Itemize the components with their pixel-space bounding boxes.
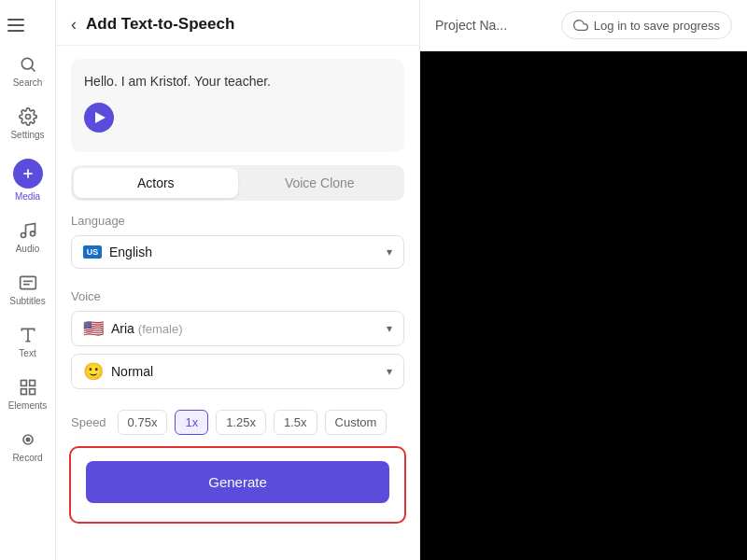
svg-rect-12 bbox=[21, 381, 26, 386]
main-topbar: Project Na... Log in to save progress bbox=[420, 0, 747, 51]
svg-point-5 bbox=[21, 233, 25, 238]
speed-row: Speed 0.75x 1x 1.25x 1.5x Custom bbox=[56, 397, 419, 435]
record-icon bbox=[18, 429, 38, 450]
svg-rect-7 bbox=[20, 276, 35, 288]
voice-tabs: Actors Voice Clone bbox=[71, 165, 404, 201]
voice-style-text: Normal bbox=[111, 364, 153, 379]
generate-button[interactable]: Generate bbox=[86, 461, 389, 503]
svg-rect-15 bbox=[29, 389, 35, 395]
sidebar-item-subtitles-label: Subtitles bbox=[9, 296, 45, 306]
text-preview-box: Hello. I am Kristof. Your teacher. bbox=[71, 59, 404, 152]
login-button[interactable]: Log in to save progress bbox=[561, 11, 732, 39]
speed-label: Speed bbox=[71, 415, 106, 429]
sidebar-item-audio-label: Audio bbox=[16, 244, 40, 254]
svg-point-2 bbox=[25, 115, 30, 119]
voice-name-left: 🇺🇸 Aria (female) bbox=[83, 320, 182, 337]
text-preview-content: Hello. I am Kristof. Your teacher. bbox=[84, 72, 391, 91]
svg-point-6 bbox=[30, 231, 35, 236]
tab-voice-clone[interactable]: Voice Clone bbox=[238, 168, 402, 198]
cloud-icon bbox=[573, 18, 588, 33]
svg-line-1 bbox=[31, 68, 35, 72]
language-chevron-icon: ▾ bbox=[387, 245, 392, 259]
main-content: Project Na... Log in to save progress bbox=[420, 0, 747, 560]
sidebar-item-audio[interactable]: Audio bbox=[4, 213, 52, 261]
language-dropdown[interactable]: US English ▾ bbox=[71, 235, 404, 269]
subtitles-icon bbox=[18, 273, 38, 293]
sidebar-item-elements[interactable]: Elements bbox=[4, 370, 52, 418]
generate-wrapper: Generate bbox=[69, 446, 406, 524]
speed-custom-button[interactable]: Custom bbox=[325, 410, 388, 435]
canvas-area bbox=[420, 51, 747, 560]
text-icon bbox=[18, 325, 38, 345]
svg-point-0 bbox=[21, 58, 33, 69]
tab-actors[interactable]: Actors bbox=[74, 168, 238, 198]
svg-point-17 bbox=[26, 438, 29, 441]
language-dropdown-text: English bbox=[109, 245, 152, 259]
us-flag-emoji: 🇺🇸 bbox=[83, 320, 104, 337]
play-button[interactable] bbox=[84, 103, 114, 133]
voice-style-chevron-icon: ▾ bbox=[387, 365, 392, 378]
panel-title: Add Text-to-Speech bbox=[86, 15, 234, 34]
voice-style-dropdown[interactable]: 🙂 Normal ▾ bbox=[71, 354, 404, 389]
voice-name-chevron-icon: ▾ bbox=[387, 322, 392, 335]
settings-icon bbox=[18, 106, 38, 127]
sidebar-item-settings-label: Settings bbox=[10, 130, 44, 140]
search-icon bbox=[18, 54, 38, 75]
voice-section: Voice 🇺🇸 Aria (female) ▾ 🙂 Normal ▾ bbox=[56, 276, 419, 397]
back-button[interactable]: ‹ bbox=[71, 16, 77, 33]
speed-125x-button[interactable]: 1.25x bbox=[216, 410, 266, 435]
sidebar-item-text-label: Text bbox=[19, 348, 35, 358]
svg-rect-13 bbox=[29, 381, 35, 386]
audio-icon bbox=[18, 220, 38, 241]
elements-icon bbox=[18, 377, 38, 398]
language-flag: US bbox=[83, 245, 102, 259]
panel: ‹ Add Text-to-Speech Hello. I am Kristof… bbox=[56, 0, 420, 560]
sidebar-item-text[interactable]: Text bbox=[4, 317, 52, 366]
login-label: Log in to save progress bbox=[594, 19, 720, 33]
sidebar: Search Settings Media Audio bbox=[0, 0, 56, 560]
project-name: Project Na... bbox=[435, 18, 507, 33]
sidebar-item-elements-label: Elements bbox=[8, 400, 48, 411]
voice-name-text: Aria (female) bbox=[111, 321, 182, 336]
speed-075x-button[interactable]: 0.75x bbox=[118, 410, 168, 435]
speed-15x-button[interactable]: 1.5x bbox=[274, 410, 317, 435]
svg-rect-14 bbox=[21, 389, 26, 395]
voice-label: Voice bbox=[71, 289, 404, 303]
panel-header: ‹ Add Text-to-Speech bbox=[56, 0, 419, 46]
speed-1x-button[interactable]: 1x bbox=[175, 410, 208, 435]
sidebar-item-media[interactable]: Media bbox=[4, 151, 52, 209]
language-dropdown-left: US English bbox=[83, 245, 152, 259]
sidebar-item-record[interactable]: Record bbox=[4, 422, 52, 470]
sidebar-item-search-label: Search bbox=[13, 77, 43, 88]
sidebar-item-subtitles[interactable]: Subtitles bbox=[4, 265, 52, 314]
language-section: Language US English ▾ bbox=[56, 201, 419, 276]
sidebar-item-record-label: Record bbox=[12, 453, 42, 463]
voice-style-left: 🙂 Normal bbox=[83, 363, 153, 380]
sidebar-item-media-label: Media bbox=[15, 191, 40, 202]
sidebar-item-settings[interactable]: Settings bbox=[4, 99, 52, 147]
sidebar-item-search[interactable]: Search bbox=[4, 47, 52, 95]
voice-name-dropdown[interactable]: 🇺🇸 Aria (female) ▾ bbox=[71, 311, 404, 346]
language-label: Language bbox=[71, 214, 404, 228]
hamburger-menu[interactable] bbox=[0, 11, 32, 39]
media-icon bbox=[13, 159, 43, 189]
smile-emoji: 🙂 bbox=[83, 363, 104, 380]
